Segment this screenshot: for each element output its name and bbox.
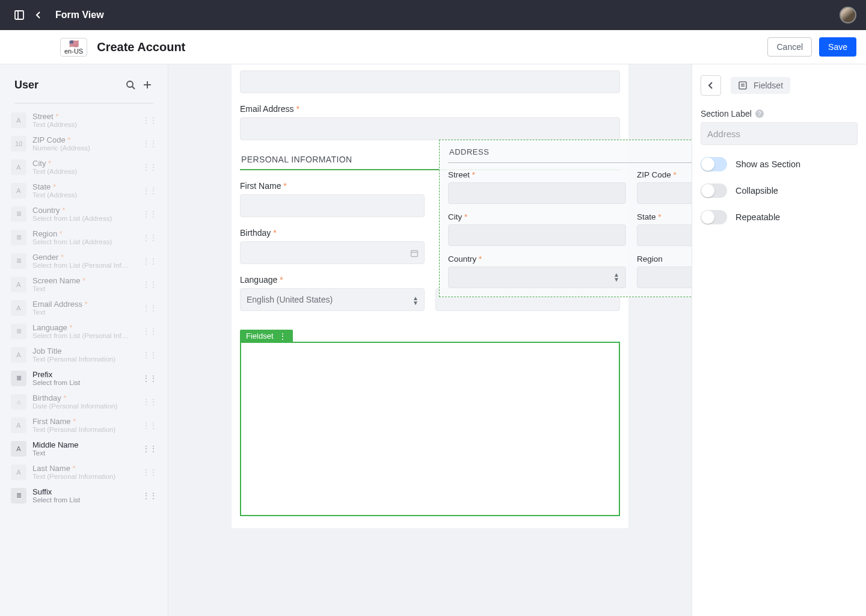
- search-icon[interactable]: [122, 76, 139, 93]
- help-icon[interactable]: ?: [755, 109, 764, 118]
- grip-icon[interactable]: ⋮⋮: [143, 116, 157, 125]
- grip-icon[interactable]: ⋮⋮: [143, 140, 157, 148]
- sidebar-field-item[interactable]: 10ZIP Code *Numeric (Address)⋮⋮: [5, 132, 163, 155]
- field-sub: Select from List (Personal Inf…: [32, 262, 143, 269]
- panel-toggle-icon[interactable]: [10, 5, 29, 25]
- sidebar-field-item[interactable]: AScreen Name *Text⋮⋮: [5, 273, 163, 296]
- grip-icon[interactable]: ⋮⋮: [143, 491, 157, 500]
- drag-street-input[interactable]: [448, 182, 626, 204]
- back-icon[interactable]: [29, 5, 48, 25]
- show-as-section-label: Show as Section: [735, 159, 800, 169]
- props-crumb: Fieldset: [731, 77, 790, 94]
- fieldset-tag[interactable]: Fieldset ⋮: [240, 330, 293, 342]
- birthday-input[interactable]: [240, 241, 425, 264]
- grip-icon[interactable]: ⋮⋮: [143, 186, 157, 195]
- field-type-icon: A: [11, 277, 26, 292]
- sidebar-field-item[interactable]: AEmail Address *Text⋮⋮: [5, 296, 163, 319]
- first-name-input[interactable]: [240, 194, 425, 217]
- sidebar-field-item[interactable]: ≣Country *Select from List (Address)⋮⋮: [5, 202, 163, 226]
- field-name: Last Name *: [32, 464, 143, 473]
- field-type-icon: 10: [11, 136, 26, 152]
- grip-icon[interactable]: ⋮⋮: [143, 210, 157, 218]
- add-icon[interactable]: [139, 76, 156, 93]
- drag-region-select[interactable]: ▲▼: [637, 266, 692, 288]
- screen-name-input[interactable]: [240, 70, 620, 93]
- field-type-icon: A: [11, 183, 26, 199]
- sidebar-field-item[interactable]: ≣Gender *Select from List (Personal Inf……: [5, 249, 163, 273]
- sidebar-field-item[interactable]: ≣PrefixSelect from List⋮⋮: [5, 366, 163, 390]
- collapsible-toggle[interactable]: [701, 183, 727, 198]
- sidebar-field-item[interactable]: AFirst Name *Text (Personal Information)…: [5, 413, 163, 437]
- grip-icon[interactable]: ⋮⋮: [143, 304, 157, 312]
- language-select[interactable]: English (United States): [240, 288, 425, 311]
- grip-icon[interactable]: ⋮⋮: [143, 257, 157, 265]
- field-type-icon: A: [11, 159, 26, 175]
- sidebar-field-item[interactable]: AStreet *Text (Address)⋮⋮: [5, 108, 163, 132]
- field-type-icon: A: [11, 347, 26, 363]
- drag-zip-label: ZIP Code *: [637, 170, 692, 179]
- svg-rect-6: [411, 251, 418, 257]
- email-input[interactable]: [240, 117, 620, 140]
- show-as-section-toggle[interactable]: [701, 157, 727, 171]
- properties-panel: Fieldset Section Label ? Show as Section…: [692, 64, 866, 616]
- props-back-button[interactable]: [701, 75, 721, 96]
- field-name: Prefix: [32, 370, 143, 379]
- sidebar: User AStreet *Text (Address)⋮⋮10ZIP Code…: [0, 64, 168, 616]
- locale-badge[interactable]: 🇺🇸 en-US: [60, 38, 87, 57]
- first-name-label: First Name *: [240, 181, 425, 191]
- grip-icon[interactable]: ⋮⋮: [143, 374, 157, 383]
- birthday-label: Birthday *: [240, 228, 425, 238]
- svg-rect-0: [15, 11, 23, 19]
- drag-city-input[interactable]: [448, 224, 626, 246]
- sidebar-field-item[interactable]: ALast Name *Text (Personal Information)⋮…: [5, 460, 163, 484]
- grip-icon[interactable]: ⋮⋮: [143, 468, 157, 476]
- sidebar-field-item[interactable]: ≣Region *Select from List (Address)⋮⋮: [5, 226, 163, 249]
- language-value: English (United States): [247, 295, 333, 304]
- field-name: Birthday *: [32, 393, 143, 402]
- more-icon[interactable]: ⋮: [278, 332, 287, 340]
- grip-icon[interactable]: ⋮⋮: [143, 398, 157, 406]
- save-button[interactable]: Save: [819, 37, 856, 57]
- fieldset-icon: [738, 81, 748, 90]
- drag-country-label: Country *: [448, 254, 626, 263]
- field-name: ZIP Code *: [32, 135, 143, 144]
- grip-icon[interactable]: ⋮⋮: [143, 351, 157, 359]
- grip-icon[interactable]: ⋮⋮: [143, 445, 157, 453]
- repeatable-toggle[interactable]: [701, 210, 727, 224]
- sidebar-title: User: [14, 79, 122, 91]
- sidebar-field-item[interactable]: ACity *Text (Address)⋮⋮: [5, 155, 163, 179]
- drag-country-select[interactable]: ▲▼: [448, 266, 626, 288]
- avatar[interactable]: [840, 7, 856, 23]
- field-sub: Text (Address): [32, 168, 143, 175]
- field-sub: Text: [32, 449, 143, 457]
- cancel-button[interactable]: Cancel: [767, 37, 812, 57]
- field-sub: Text (Address): [32, 121, 143, 128]
- field-name: Suffix: [32, 487, 143, 496]
- sidebar-field-item[interactable]: ≣Language *Select from List (Personal In…: [5, 319, 163, 343]
- grip-icon[interactable]: ⋮⋮: [143, 233, 157, 242]
- section-label-lbl: Section Label ?: [701, 109, 858, 119]
- sidebar-field-item[interactable]: ≣SuffixSelect from List⋮⋮: [5, 484, 163, 507]
- drag-state-input[interactable]: ▲▼: [637, 224, 692, 246]
- field-type-icon: ≣: [11, 253, 26, 269]
- fieldset-dropzone[interactable]: Fieldset ⋮: [240, 329, 620, 516]
- svg-line-3: [132, 87, 135, 89]
- repeatable-label: Repeatable: [735, 212, 780, 222]
- sidebar-field-item[interactable]: AJob TitleText (Personal Information)⋮⋮: [5, 343, 163, 366]
- field-type-icon: ≣: [11, 206, 26, 222]
- sidebar-field-item[interactable]: AState *Text (Address)⋮⋮: [5, 179, 163, 202]
- drag-zip-input[interactable]: [637, 182, 692, 204]
- grip-icon[interactable]: ⋮⋮: [143, 280, 157, 289]
- grip-icon[interactable]: ⋮⋮: [143, 421, 157, 430]
- sidebar-field-item[interactable]: AMiddle NameText⋮⋮: [5, 437, 163, 460]
- sidebar-field-item[interactable]: ⌂Birthday *Date (Personal Information)⋮⋮: [5, 390, 163, 413]
- field-name: Region *: [32, 229, 143, 238]
- field-type-icon: ≣: [11, 230, 26, 245]
- field-name: Middle Name: [32, 440, 143, 449]
- page-title: Create Account: [97, 40, 185, 54]
- field-name: Country *: [32, 206, 143, 215]
- calendar-icon: [410, 249, 419, 257]
- section-label-input[interactable]: [701, 122, 858, 145]
- grip-icon[interactable]: ⋮⋮: [143, 163, 157, 171]
- grip-icon[interactable]: ⋮⋮: [143, 327, 157, 336]
